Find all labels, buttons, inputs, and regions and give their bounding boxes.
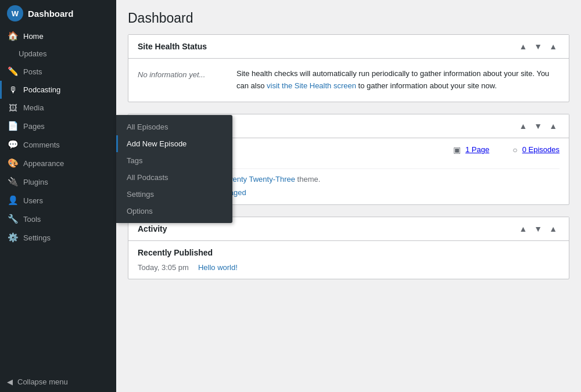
sidebar-item-podcasting[interactable]: 🎙 Podcasting [0, 81, 116, 99]
users-icon: 👤 [7, 195, 19, 206]
activity-time: Today, 3:05 pm [138, 263, 189, 272]
sidebar-item-settings[interactable]: ⚙️ Settings [0, 228, 116, 247]
page-title: Dashboard [128, 10, 569, 26]
widget-collapse-up-btn[interactable]: ▲ [517, 41, 529, 52]
main-header: Dashboard [116, 0, 581, 34]
tools-icon: 🔧 [7, 214, 19, 224]
collapse-label: Collapse menu [17, 377, 68, 386]
episodes-stat: ○ 0 Episodes [512, 145, 560, 154]
sidebar-item-home[interactable]: 🏠 Home [0, 27, 116, 45]
sidebar-item-pages[interactable]: 📄 Pages [0, 117, 116, 135]
activity-title: Activity [138, 224, 167, 233]
collapse-icon: ◀ [7, 377, 13, 386]
sidebar-item-users[interactable]: 👤 Users [0, 191, 116, 210]
home-icon: 🏠 [7, 31, 19, 41]
widget-controls: ▲ ▼ ▲ [517, 41, 560, 52]
no-info-text: No information yet... [138, 68, 225, 79]
health-desc-end: to gather information about your site no… [356, 81, 497, 90]
settings-icon: ⚙️ [7, 232, 19, 243]
sidebar-item-tools[interactable]: 🔧 Tools [0, 210, 116, 228]
flyout-item-add-new-episode[interactable]: Add New Episode [116, 135, 232, 152]
episodes-stat-icon: ○ [512, 145, 517, 154]
plugins-icon: 🔌 [7, 177, 19, 187]
pages-icon: 📄 [7, 121, 19, 131]
sidebar-item-updates[interactable]: Updates [0, 45, 116, 62]
media-icon: 🖼 [7, 103, 19, 113]
activity-widget: Activity ▲ ▼ ▲ Recently Published Today,… [128, 217, 569, 279]
table-row: Today, 3:05 pm Hello world! [138, 263, 560, 272]
episodes-stat-link[interactable]: 0 Episodes [522, 145, 560, 154]
activity-hide-btn[interactable]: ▲ [547, 223, 560, 235]
sidebar-item-label: Users [23, 196, 43, 205]
site-health-widget: Site Health Status ▲ ▼ ▲ No information … [128, 34, 569, 102]
sidebar-item-label: Posts [23, 67, 42, 76]
activity-body: Recently Published Today, 3:05 pm Hello … [128, 241, 569, 279]
sidebar-item-label: Comments [23, 141, 60, 149]
pages-stat-link[interactable]: 1 Page [465, 145, 489, 154]
sidebar-item-label: Plugins [23, 178, 48, 186]
sidebar-item-comments[interactable]: 💬 Comments [0, 135, 116, 154]
sidebar-item-label: Media [23, 103, 44, 112]
health-screen-link[interactable]: visit the Site Health screen [267, 81, 356, 90]
flyout-item-options[interactable]: Options [116, 203, 232, 220]
sidebar-item-label: Podcasting [23, 85, 60, 94]
sidebar-item-label: Pages [23, 122, 45, 131]
site-health-title: Site Health Status [138, 42, 207, 51]
sidebar-item-plugins[interactable]: 🔌 Plugins [0, 172, 116, 191]
podcasting-icon: 🎙 [7, 85, 19, 95]
flyout-item-all-podcasts[interactable]: All Podcasts [116, 169, 232, 186]
sidebar-item-appearance[interactable]: 🎨 Appearance [0, 154, 116, 172]
site-health-body: No information yet... Site health checks… [128, 59, 569, 102]
activity-controls: ▲ ▼ ▲ [517, 223, 560, 235]
wp-logo: W [7, 5, 23, 21]
sidebar-header[interactable]: W Dashboard [0, 0, 116, 27]
pages-stat: ▣ 1 Page [453, 145, 489, 154]
widget-collapse-down-btn[interactable]: ▼ [532, 41, 544, 52]
wp-logo-icon: W [12, 9, 19, 18]
posts-icon: ✏️ [7, 66, 19, 77]
pages-stat-icon: ▣ [453, 145, 461, 154]
comments-icon: 💬 [7, 139, 19, 150]
sidebar-item-label: Updates [19, 49, 46, 58]
flyout-item-all-episodes[interactable]: All Episodes [116, 118, 232, 135]
theme-link[interactable]: Twenty Twenty-Three [223, 175, 295, 184]
theme-end: theme. [295, 175, 320, 184]
at-a-glance-controls: ▲ ▼ ▲ [517, 120, 560, 132]
activity-post-link[interactable]: Hello world! [198, 263, 238, 272]
glance-up-btn[interactable]: ▲ [517, 120, 529, 132]
sidebar-item-media[interactable]: 🖼 Media [0, 99, 116, 117]
sidebar-item-label: Home [23, 32, 44, 41]
glance-down-btn[interactable]: ▼ [532, 120, 544, 132]
health-description: Site health checks will automatically ru… [236, 68, 560, 92]
widget-hide-btn[interactable]: ▲ [547, 41, 560, 52]
sidebar-item-label: Settings [23, 233, 51, 242]
collapse-menu[interactable]: ◀ Collapse menu [0, 372, 116, 392]
flyout-menu: All Episodes Add New Episode Tags All Po… [116, 115, 232, 223]
glance-hide-btn[interactable]: ▲ [547, 120, 560, 132]
sidebar-item-posts[interactable]: ✏️ Posts [0, 62, 116, 81]
sidebar-item-label: Appearance [23, 159, 64, 168]
site-health-header: Site Health Status ▲ ▼ ▲ [128, 35, 569, 59]
appearance-icon: 🎨 [7, 158, 19, 168]
sidebar: W Dashboard 🏠 Home Updates ✏️ Posts 🎙 Po… [0, 0, 116, 392]
activity-up-btn[interactable]: ▲ [517, 223, 529, 235]
activity-down-btn[interactable]: ▼ [532, 223, 544, 235]
recently-published-label: Recently Published [138, 248, 560, 257]
sidebar-title: Dashboard [28, 9, 73, 19]
flyout-item-tags[interactable]: Tags [116, 152, 232, 169]
sidebar-item-label: Tools [23, 215, 41, 224]
flyout-item-settings[interactable]: Settings [116, 186, 232, 203]
